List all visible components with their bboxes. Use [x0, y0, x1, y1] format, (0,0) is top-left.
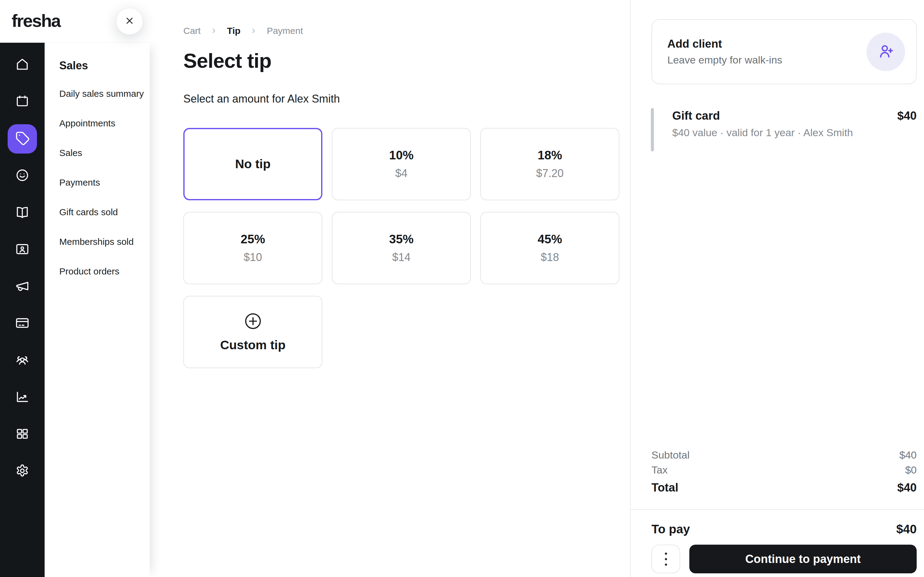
- rail-item-clients[interactable]: [8, 161, 37, 190]
- breadcrumb-payment: Payment: [267, 26, 303, 36]
- chevron-right-icon: [250, 27, 258, 35]
- panel-spacer: [651, 139, 917, 445]
- rail-item-team-profiles[interactable]: [8, 235, 37, 264]
- chevron-right-icon: [210, 27, 218, 35]
- tip-card-10-percent[interactable]: 10% $4: [332, 128, 471, 200]
- nav-rail: [0, 43, 45, 577]
- team-icon: [15, 353, 30, 369]
- total-label: Total: [651, 482, 678, 493]
- main-content: Cart Tip Payment Select tip Select an am…: [150, 0, 630, 577]
- tip-amount: $18: [541, 251, 559, 264]
- tip-card-25-percent[interactable]: 25% $10: [183, 212, 322, 284]
- grid-icon: [15, 427, 30, 442]
- tip-card-label: Custom tip: [220, 338, 285, 352]
- to-pay-label: To pay: [651, 523, 690, 535]
- tip-amount: $4: [395, 167, 407, 180]
- panel-actions: Continue to payment: [651, 545, 917, 573]
- add-client-subtitle: Leave empty for walk-ins: [667, 54, 782, 66]
- page-title: Select tip: [183, 49, 630, 73]
- rail-item-catalog[interactable]: [8, 198, 37, 227]
- sidebar-item-sales[interactable]: Sales: [45, 138, 150, 168]
- sidebar-item-daily-sales-summary[interactable]: Daily sales summary: [45, 79, 150, 108]
- rail-item-reports[interactable]: [8, 383, 37, 412]
- sidebar-item-appointments[interactable]: Appointments: [45, 108, 150, 138]
- client-avatar: [867, 33, 905, 71]
- tip-card-35-percent[interactable]: 35% $14: [332, 212, 471, 284]
- checkout-summary-panel: Add client Leave empty for walk-ins Gift…: [630, 0, 924, 577]
- rail-item-sales[interactable]: [8, 124, 37, 153]
- contact-card-icon: [15, 242, 30, 258]
- calendar-icon: [15, 94, 30, 110]
- tip-percent: 18%: [538, 148, 562, 162]
- breadcrumb: Cart Tip Payment: [183, 26, 630, 36]
- more-options-button[interactable]: [651, 545, 680, 573]
- rail-item-apps[interactable]: [8, 420, 37, 449]
- sidebar: Sales Daily sales summary Appointments S…: [45, 43, 150, 577]
- kebab-icon: [665, 553, 667, 555]
- brand-logo: fresha: [11, 10, 60, 31]
- tax-label: Tax: [651, 465, 668, 475]
- tip-percent: 45%: [538, 232, 562, 246]
- order-item-name: Gift card: [672, 109, 720, 122]
- subtotal-value: $40: [899, 450, 917, 460]
- smiley-icon: [15, 168, 30, 184]
- tip-options-grid: No tip 10% $4 18% $7.20 25% $10 35% $14 …: [183, 128, 630, 368]
- add-client-card[interactable]: Add client Leave empty for walk-ins: [651, 19, 917, 84]
- breadcrumb-cart[interactable]: Cart: [183, 26, 201, 36]
- order-item-details: $40 value · valid for 1 year · Alex Smit…: [672, 127, 917, 139]
- credit-card-icon: [15, 316, 30, 332]
- chart-icon: [15, 390, 30, 405]
- sidebar-item-product-orders[interactable]: Product orders: [45, 256, 150, 286]
- breadcrumb-tip[interactable]: Tip: [227, 26, 241, 36]
- page-subtitle: Select an amount for Alex Smith: [183, 92, 630, 105]
- tip-card-custom[interactable]: Custom tip: [183, 296, 322, 368]
- gear-icon: [15, 463, 30, 479]
- plus-circle-icon: [244, 312, 262, 330]
- continue-to-payment-button[interactable]: Continue to payment: [689, 545, 917, 573]
- total-row: Total $40: [651, 482, 917, 493]
- home-icon: [15, 57, 30, 73]
- megaphone-icon: [15, 279, 30, 295]
- close-icon: [124, 16, 135, 27]
- add-client-title: Add client: [667, 37, 782, 50]
- tip-card-label: No tip: [235, 157, 270, 171]
- rail-item-calendar[interactable]: [8, 87, 37, 117]
- tip-card-45-percent[interactable]: 45% $18: [480, 212, 619, 284]
- tip-card-18-percent[interactable]: 18% $7.20: [480, 128, 619, 200]
- sidebar-item-gift-cards-sold[interactable]: Gift cards sold: [45, 197, 150, 227]
- order-item-indicator-bar: [651, 108, 654, 152]
- panel-divider: [631, 509, 924, 510]
- sidebar-item-memberships-sold[interactable]: Memberships sold: [45, 227, 150, 256]
- close-button[interactable]: [116, 8, 143, 35]
- rail-item-settings[interactable]: [8, 457, 37, 486]
- tax-value: $0: [905, 465, 917, 475]
- order-item-gift-card[interactable]: Gift card $40 $40 value · valid for 1 ye…: [651, 109, 917, 139]
- rail-item-home[interactable]: [8, 50, 37, 80]
- total-value: $40: [897, 482, 917, 493]
- sidebar-item-payments[interactable]: Payments: [45, 168, 150, 197]
- tip-percent: 25%: [241, 232, 265, 246]
- book-open-icon: [15, 205, 30, 221]
- sidebar-heading: Sales: [59, 59, 150, 72]
- to-pay-row: To pay $40: [651, 523, 917, 535]
- rail-item-marketing[interactable]: [8, 272, 37, 301]
- tip-percent: 35%: [389, 232, 414, 246]
- tip-amount: $14: [392, 251, 410, 264]
- add-client-text: Add client Leave empty for walk-ins: [667, 37, 782, 66]
- order-item-price: $40: [897, 109, 917, 122]
- subtotal-row: Subtotal $40: [651, 450, 917, 460]
- to-pay-value: $40: [896, 523, 917, 535]
- rail-item-team[interactable]: [8, 346, 37, 375]
- tip-amount: $7.20: [536, 167, 564, 180]
- tip-amount: $10: [244, 251, 262, 264]
- rail-item-payments[interactable]: [8, 309, 37, 338]
- tip-percent: 10%: [389, 148, 414, 162]
- tip-card-no-tip[interactable]: No tip: [183, 128, 322, 200]
- tag-icon: [15, 131, 30, 147]
- user-plus-icon: [877, 42, 895, 61]
- tax-row: Tax $0: [651, 465, 917, 475]
- subtotal-label: Subtotal: [651, 450, 690, 460]
